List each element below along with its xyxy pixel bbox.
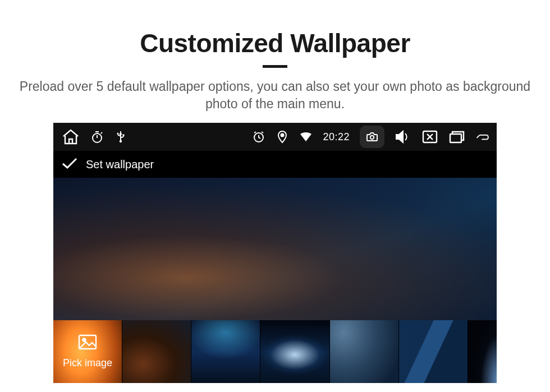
svg-point-6 xyxy=(370,136,374,139)
picture-icon xyxy=(78,334,97,353)
alarm-icon xyxy=(252,130,265,144)
stopwatch-icon xyxy=(90,130,104,144)
wallpaper-thumb[interactable] xyxy=(260,320,329,383)
wallpaper-thumb[interactable] xyxy=(399,320,467,383)
set-wallpaper-header[interactable]: Set wallpaper xyxy=(53,151,497,178)
pick-image-label: Pick image xyxy=(63,357,112,369)
close-window-icon[interactable] xyxy=(421,129,438,145)
wallpaper-thumb[interactable] xyxy=(122,320,191,383)
back-button[interactable] xyxy=(475,130,489,144)
check-icon xyxy=(61,157,78,172)
wallpaper-preview xyxy=(53,178,497,320)
volume-icon[interactable] xyxy=(395,129,411,145)
svg-point-2 xyxy=(117,133,119,135)
wifi-icon xyxy=(299,130,313,144)
camera-button[interactable] xyxy=(360,126,384,148)
device-screenshot: 20:22 xyxy=(53,123,497,383)
page-subtitle: Preload over 5 default wallpaper options… xyxy=(17,78,533,113)
svg-point-10 xyxy=(83,339,86,342)
camera-icon xyxy=(365,130,379,144)
svg-point-5 xyxy=(281,134,284,137)
page-title: Customized Wallpaper xyxy=(0,0,550,58)
location-icon xyxy=(276,130,289,144)
usb-icon xyxy=(114,130,127,144)
status-bar: 20:22 xyxy=(53,123,497,151)
recent-apps-icon[interactable] xyxy=(448,129,465,145)
set-wallpaper-label: Set wallpaper xyxy=(86,158,154,171)
svg-rect-3 xyxy=(123,135,125,136)
svg-point-1 xyxy=(120,140,122,142)
home-icon[interactable] xyxy=(61,128,80,145)
wallpaper-thumbnails: Pick image xyxy=(53,320,497,383)
pick-image-button[interactable]: Pick image xyxy=(53,320,122,383)
wallpaper-thumb[interactable] xyxy=(191,320,260,383)
svg-rect-8 xyxy=(450,134,461,142)
title-underline xyxy=(263,65,287,68)
wallpaper-thumb[interactable] xyxy=(330,320,398,383)
wallpaper-thumb[interactable] xyxy=(468,320,497,383)
status-time: 20:22 xyxy=(323,131,350,143)
